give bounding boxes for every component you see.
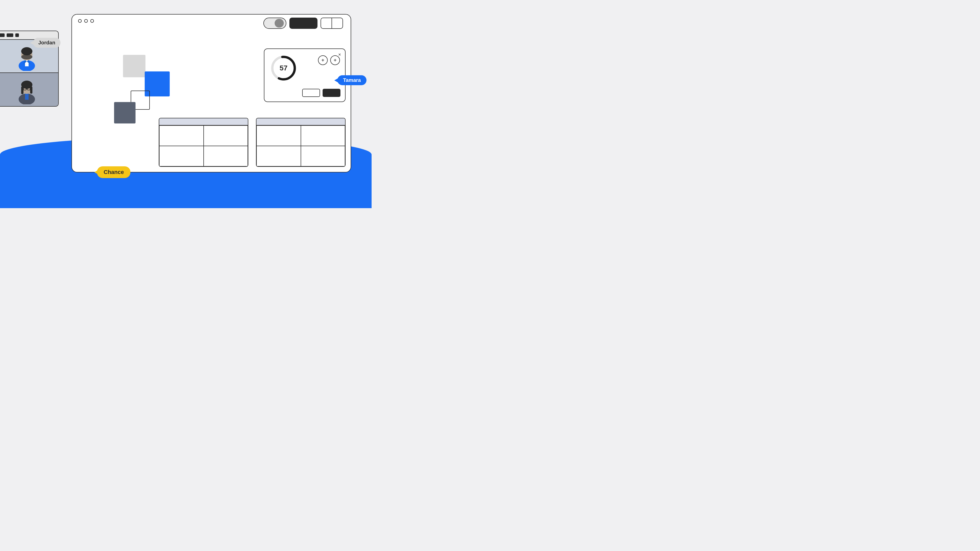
grid-table-1-header	[159, 118, 248, 125]
svg-rect-13	[21, 86, 24, 94]
square-dark	[114, 102, 135, 124]
grid-table-1-body	[159, 125, 248, 166]
grid-cell-1-2	[204, 125, 248, 146]
split-button-right[interactable]	[332, 18, 342, 28]
chance-name-bubble: Chance	[97, 166, 130, 178]
dot-1	[78, 19, 82, 23]
progress-widget: × 57 + +	[264, 48, 345, 102]
svg-rect-14	[30, 86, 32, 94]
grid-tables-area	[159, 118, 345, 167]
widget-cancel-button[interactable]	[302, 89, 320, 97]
plus-button-1[interactable]: +	[318, 56, 328, 65]
grid-cell-2-1	[256, 125, 301, 146]
grid-table-2	[256, 118, 345, 167]
tamara-name-bubble: Tamara	[337, 75, 366, 85]
toggle-switch[interactable]	[263, 17, 286, 29]
widget-action-buttons	[302, 89, 340, 97]
square-light	[123, 55, 145, 77]
window-controls	[78, 19, 94, 23]
split-button-left[interactable]	[321, 18, 332, 28]
panel-btn-1[interactable]	[0, 33, 5, 37]
jordan-name-bubble: Jordan	[33, 38, 60, 48]
widget-confirm-button[interactable]	[323, 89, 340, 97]
browser-window: × 57 + +	[72, 14, 351, 172]
progress-circle: 57	[269, 54, 298, 82]
split-button[interactable]	[321, 17, 343, 29]
grid-cell-2-2	[301, 125, 345, 146]
grid-cell-1-3	[159, 146, 204, 166]
svg-rect-10	[25, 94, 29, 100]
dot-2	[84, 19, 88, 23]
toggle-thumb	[275, 19, 284, 27]
browser-content: × 57 + +	[72, 32, 351, 172]
svg-point-6	[21, 54, 32, 59]
grid-cell-1-1	[159, 125, 204, 146]
widget-plus-buttons: + +	[318, 56, 340, 65]
progress-value: 57	[280, 64, 287, 72]
grid-table-1	[159, 118, 248, 167]
panel-btn-2[interactable]	[6, 33, 13, 37]
plus-button-2[interactable]: +	[330, 56, 340, 65]
pill-button[interactable]	[290, 17, 318, 29]
person-gray-jacket	[15, 75, 38, 104]
panel-btn-3[interactable]	[15, 33, 19, 37]
video-tile-2	[0, 73, 58, 106]
grid-cell-2-3	[256, 146, 301, 166]
grid-table-2-body	[256, 125, 345, 166]
browser-toolbar	[263, 17, 343, 29]
dot-3	[90, 19, 94, 23]
grid-table-2-header	[256, 118, 345, 125]
grid-cell-1-4	[204, 146, 248, 166]
svg-point-5	[21, 47, 32, 56]
grid-cell-2-4	[301, 146, 345, 166]
